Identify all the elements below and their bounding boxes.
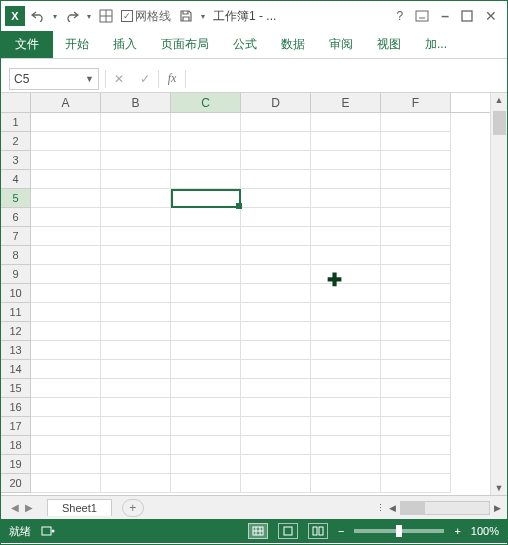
cell-A4[interactable]: [31, 170, 101, 189]
cell-D4[interactable]: [241, 170, 311, 189]
cell-D19[interactable]: [241, 455, 311, 474]
fx-icon[interactable]: fx: [159, 71, 185, 86]
cell-C6[interactable]: [171, 208, 241, 227]
cell-A18[interactable]: [31, 436, 101, 455]
cell-F18[interactable]: [381, 436, 451, 455]
cell-E12[interactable]: [311, 322, 381, 341]
cell-D20[interactable]: [241, 474, 311, 493]
undo-icon[interactable]: [31, 10, 45, 22]
save-icon[interactable]: [179, 9, 193, 23]
vertical-scrollbar[interactable]: ▲ ▼: [490, 93, 507, 495]
row-header-1[interactable]: 1: [1, 113, 31, 132]
view-normal-icon[interactable]: [248, 523, 268, 539]
scroll-right-icon[interactable]: ▶: [494, 503, 501, 513]
redo-icon[interactable]: [65, 10, 79, 22]
cell-C2[interactable]: [171, 132, 241, 151]
name-box[interactable]: C5 ▼: [9, 68, 99, 90]
cell-E1[interactable]: [311, 113, 381, 132]
cell-F14[interactable]: [381, 360, 451, 379]
cell-D5[interactable]: [241, 189, 311, 208]
cell-F9[interactable]: [381, 265, 451, 284]
cell-A20[interactable]: [31, 474, 101, 493]
ribbon-options-icon[interactable]: [415, 10, 429, 22]
maximize-icon[interactable]: [461, 10, 473, 22]
row-header-18[interactable]: 18: [1, 436, 31, 455]
row-header-17[interactable]: 17: [1, 417, 31, 436]
cell-A1[interactable]: [31, 113, 101, 132]
cell-F8[interactable]: [381, 246, 451, 265]
cell-D11[interactable]: [241, 303, 311, 322]
cell-F6[interactable]: [381, 208, 451, 227]
cell-E8[interactable]: [311, 246, 381, 265]
cell-E7[interactable]: [311, 227, 381, 246]
gridlines-checkbox[interactable]: ✓网格线: [121, 8, 171, 25]
row-header-12[interactable]: 12: [1, 322, 31, 341]
cell-B17[interactable]: [101, 417, 171, 436]
cell-A2[interactable]: [31, 132, 101, 151]
cell-C7[interactable]: [171, 227, 241, 246]
cell-F19[interactable]: [381, 455, 451, 474]
cell-C4[interactable]: [171, 170, 241, 189]
cell-E17[interactable]: [311, 417, 381, 436]
col-header-A[interactable]: A: [31, 93, 101, 112]
tab-file[interactable]: 文件: [1, 31, 53, 58]
cell-E18[interactable]: [311, 436, 381, 455]
view-page-layout-icon[interactable]: [278, 523, 298, 539]
row-header-14[interactable]: 14: [1, 360, 31, 379]
cell-C16[interactable]: [171, 398, 241, 417]
cell-A17[interactable]: [31, 417, 101, 436]
cell-A6[interactable]: [31, 208, 101, 227]
cell-C18[interactable]: [171, 436, 241, 455]
scroll-down-icon[interactable]: ▼: [495, 483, 504, 493]
tab-home[interactable]: 开始: [53, 31, 101, 58]
row-header-6[interactable]: 6: [1, 208, 31, 227]
borders-icon[interactable]: [99, 9, 113, 23]
cell-B20[interactable]: [101, 474, 171, 493]
cell-F17[interactable]: [381, 417, 451, 436]
cell-E20[interactable]: [311, 474, 381, 493]
cell-A3[interactable]: [31, 151, 101, 170]
cell-E14[interactable]: [311, 360, 381, 379]
cell-D3[interactable]: [241, 151, 311, 170]
cell-D12[interactable]: [241, 322, 311, 341]
cell-A19[interactable]: [31, 455, 101, 474]
cell-C19[interactable]: [171, 455, 241, 474]
prev-sheet-icon[interactable]: ◀: [11, 502, 19, 513]
row-header-9[interactable]: 9: [1, 265, 31, 284]
cell-D2[interactable]: [241, 132, 311, 151]
next-sheet-icon[interactable]: ▶: [25, 502, 33, 513]
cell-D15[interactable]: [241, 379, 311, 398]
tab-review[interactable]: 审阅: [317, 31, 365, 58]
cell-D6[interactable]: [241, 208, 311, 227]
cell-A11[interactable]: [31, 303, 101, 322]
cell-C1[interactable]: [171, 113, 241, 132]
cell-A12[interactable]: [31, 322, 101, 341]
cell-F12[interactable]: [381, 322, 451, 341]
cell-A15[interactable]: [31, 379, 101, 398]
view-page-break-icon[interactable]: [308, 523, 328, 539]
cell-B13[interactable]: [101, 341, 171, 360]
help-icon[interactable]: ?: [397, 9, 404, 23]
cell-F15[interactable]: [381, 379, 451, 398]
col-header-E[interactable]: E: [311, 93, 381, 112]
cell-C14[interactable]: [171, 360, 241, 379]
dropdown-icon[interactable]: ▾: [201, 12, 205, 21]
cell-D17[interactable]: [241, 417, 311, 436]
tab-formulas[interactable]: 公式: [221, 31, 269, 58]
cell-F2[interactable]: [381, 132, 451, 151]
cell-E16[interactable]: [311, 398, 381, 417]
cell-F5[interactable]: [381, 189, 451, 208]
cell-B5[interactable]: [101, 189, 171, 208]
zoom-level[interactable]: 100%: [471, 525, 499, 537]
cell-F11[interactable]: [381, 303, 451, 322]
cell-D1[interactable]: [241, 113, 311, 132]
scroll-thumb[interactable]: [493, 111, 506, 135]
cell-B2[interactable]: [101, 132, 171, 151]
cell-D16[interactable]: [241, 398, 311, 417]
cell-D8[interactable]: [241, 246, 311, 265]
row-header-15[interactable]: 15: [1, 379, 31, 398]
cell-B12[interactable]: [101, 322, 171, 341]
cell-E5[interactable]: [311, 189, 381, 208]
col-header-B[interactable]: B: [101, 93, 171, 112]
cell-B19[interactable]: [101, 455, 171, 474]
